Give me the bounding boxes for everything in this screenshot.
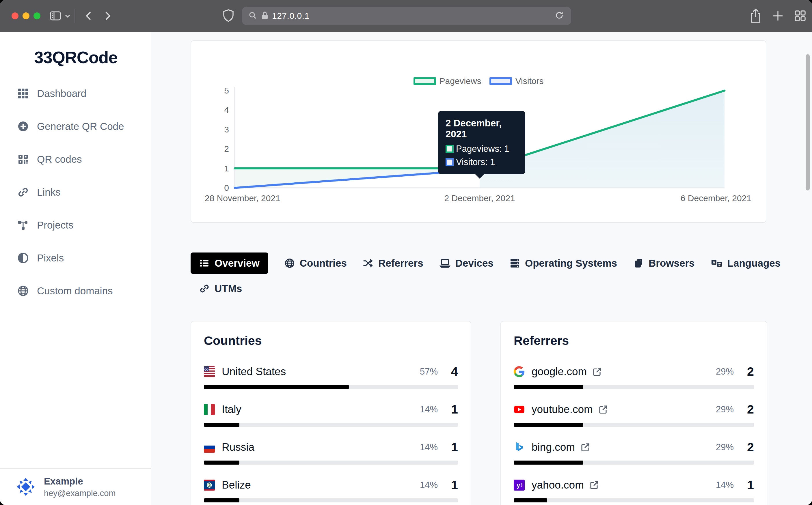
referrer-row: bing.com 29% 2 <box>514 440 754 465</box>
external-link-icon[interactable] <box>581 443 590 452</box>
card-title: Countries <box>204 334 458 348</box>
globe-icon <box>284 258 295 269</box>
country-percent: 57% <box>420 366 438 377</box>
country-name: United States <box>222 366 286 378</box>
share-icon[interactable] <box>749 8 762 25</box>
x-tick-label: 6 December, 2021 <box>681 193 752 203</box>
tab-utms[interactable]: UTMs <box>199 278 242 299</box>
sidebar: 33QRCode Dashboard Generate QR Code <box>0 32 152 505</box>
user-name: Example <box>44 476 116 487</box>
tab-operating-systems[interactable]: Operating Systems <box>510 252 617 274</box>
country-percent: 14% <box>420 404 438 415</box>
scrollbar-thumb[interactable] <box>806 54 810 190</box>
back-button[interactable] <box>83 9 95 24</box>
referrer-percent: 29% <box>716 404 734 415</box>
country-name: Belize <box>222 479 251 491</box>
referrer-percent: 29% <box>716 366 734 377</box>
country-row: United States 57% 4 <box>204 364 458 389</box>
card-title: Referrers <box>514 334 754 348</box>
country-percent: 14% <box>420 480 438 490</box>
external-link-icon[interactable] <box>598 405 608 414</box>
pageviews-swatch <box>445 145 454 153</box>
progress-fill <box>514 498 547 502</box>
sidebar-item-projects[interactable]: Projects <box>0 209 152 241</box>
yahoo-favicon: y ! <box>514 480 525 491</box>
progress-fill <box>514 461 583 465</box>
tooltip-row-label: Visitors: 1 <box>456 157 495 167</box>
sidebar-item-links[interactable]: Links <box>0 176 152 209</box>
browser-toolbar: 127.0.0.1 <box>0 0 812 32</box>
countries-card: Countries United States 57% 4 <box>190 321 471 505</box>
external-link-icon[interactable] <box>592 367 602 376</box>
privacy-shield-icon[interactable] <box>222 9 235 24</box>
united-states-flag-icon <box>204 366 215 377</box>
laptop-icon <box>439 258 450 269</box>
tab-devices[interactable]: Devices <box>439 252 494 274</box>
italy-flag-icon <box>204 404 215 415</box>
tab-label: Overview <box>215 258 260 269</box>
sidebar-nav: Dashboard Generate QR Code QR codes <box>0 77 152 307</box>
chart-tooltip: 2 December, 2021 Pageviews: 1 Visitors: … <box>438 111 525 174</box>
sidebar-item-dashboard[interactable]: Dashboard <box>0 77 152 110</box>
tab-browsers[interactable]: Browsers <box>633 252 695 274</box>
referrer-domain: youtube.com <box>532 403 593 415</box>
google-favicon <box>514 366 525 377</box>
country-count: 1 <box>438 402 458 416</box>
tab-label: Languages <box>727 258 781 269</box>
analytics-chart-card: Pageviews Visitors 012345 28 November, 2… <box>190 40 766 223</box>
tooltip-title: 2 December, 2021 <box>445 118 518 140</box>
reload-icon[interactable] <box>554 10 564 21</box>
address-bar[interactable]: 127.0.0.1 <box>242 7 571 25</box>
sidebar-item-label: Custom domains <box>37 285 113 297</box>
tab-label: UTMs <box>215 283 242 294</box>
country-row: Italy 14% 1 <box>204 402 458 427</box>
referrer-count: 2 <box>734 402 754 416</box>
belize-flag-icon <box>204 480 215 491</box>
tab-referrers[interactable]: Referrers <box>363 252 423 274</box>
progress-fill <box>204 423 239 427</box>
tab-languages[interactable]: A 文 Languages <box>711 252 781 274</box>
lock-icon <box>261 11 269 21</box>
tab-label: Countries <box>300 258 347 269</box>
sidebar-toggle-icon[interactable] <box>49 10 62 23</box>
country-name: Russia <box>222 441 254 453</box>
sidebar-item-qr-codes[interactable]: QR codes <box>0 143 152 176</box>
server-stack-icon <box>510 258 520 269</box>
chevron-down-icon[interactable] <box>64 13 71 20</box>
country-percent: 14% <box>420 442 438 453</box>
progress-fill <box>514 385 583 389</box>
link-icon <box>17 186 30 198</box>
progress-track <box>204 498 458 502</box>
country-name: Italy <box>222 403 241 415</box>
progress-fill <box>204 385 349 389</box>
tooltip-row: Pageviews: 1 <box>445 144 518 154</box>
progress-track <box>514 423 754 427</box>
progress-track <box>514 385 754 389</box>
half-circle-icon <box>17 252 30 264</box>
sidebar-item-pixels[interactable]: Pixels <box>0 241 152 275</box>
referrer-percent: 14% <box>716 480 734 490</box>
country-count: 1 <box>438 478 458 492</box>
translate-icon: A 文 <box>711 258 722 269</box>
x-tick-label: 28 November, 2021 <box>205 193 280 203</box>
close-window-button[interactable] <box>12 12 18 19</box>
shuffle-icon <box>363 258 373 269</box>
minimize-window-button[interactable] <box>22 12 29 19</box>
toolbar-divider <box>74 9 75 23</box>
sidebar-item-label: QR codes <box>37 154 82 165</box>
tab-overview[interactable]: Overview <box>190 252 268 274</box>
progress-fill <box>514 423 583 427</box>
new-tab-icon[interactable] <box>772 10 784 23</box>
tab-overview-icon[interactable] <box>794 9 807 24</box>
forward-button[interactable] <box>102 9 113 24</box>
sidebar-item-label: Projects <box>37 219 73 231</box>
referrer-row: y ! yahoo.com 14% 1 <box>514 478 754 502</box>
tab-countries[interactable]: Countries <box>284 252 347 274</box>
external-link-icon[interactable] <box>590 481 599 490</box>
referrer-row: google.com 29% 2 <box>514 364 754 389</box>
zoom-window-button[interactable] <box>33 12 40 19</box>
user-account[interactable]: Example hey@example.com <box>0 468 151 505</box>
sidebar-item-custom-domains[interactable]: Custom domains <box>0 275 152 307</box>
sidebar-item-generate-qr[interactable]: Generate QR Code <box>0 110 152 143</box>
svg-text:A: A <box>712 260 715 265</box>
